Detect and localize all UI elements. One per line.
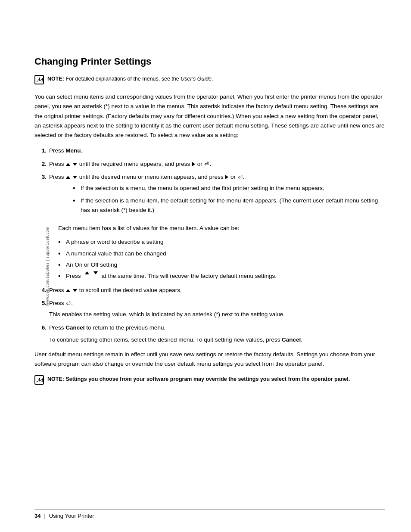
note-text-top: NOTE: For detailed explanations of the m… xyxy=(47,75,213,83)
step-2-content: Press until the required menu appears, a… xyxy=(49,159,385,169)
step-6: 6. Press Cancel to return to the previou… xyxy=(39,323,385,345)
note-content-post: . xyxy=(212,76,213,82)
step-1-num: 1. xyxy=(39,146,47,156)
step-5-text: Press ⏎. xyxy=(49,300,73,306)
footer-separator: | xyxy=(44,513,45,519)
step-6-cancel2-bold: Cancel xyxy=(282,336,301,343)
footer-divider xyxy=(34,509,385,510)
step-6-text: Press Cancel to return to the previous m… xyxy=(49,324,165,331)
step-2: 2. Press until the required menu appears… xyxy=(39,159,385,169)
footer-page-number: 34 xyxy=(34,513,40,519)
steps-list-2: 4. Press to scroll until the desired val… xyxy=(39,286,385,345)
closing-paragraph: User default menu settings remain in eff… xyxy=(34,350,385,369)
step-1-content: Press Menu. xyxy=(49,146,385,156)
footer: 34 | Using Your Printer xyxy=(34,513,385,519)
step-5-description: This enables the setting value, which is… xyxy=(49,310,385,319)
value-bullet-1: A phrase or word to describe a setting xyxy=(58,237,385,247)
step-5-content: Press ⏎. This enables the setting value,… xyxy=(49,299,385,320)
step-6-continuation: To continue setting other items, select … xyxy=(49,335,385,345)
note-label-bottom: NOTE: xyxy=(47,376,64,382)
arrow-down-3-icon xyxy=(93,271,98,274)
intro-paragraph: You can select menu items and correspond… xyxy=(34,92,385,140)
arrow-down-4-icon xyxy=(73,289,77,292)
step-1-bold: Menu xyxy=(65,147,81,154)
arrow-up-4-icon xyxy=(66,289,70,292)
step-3-text: Press until the desired menu or menu ite… xyxy=(49,174,245,180)
each-menu-item-text: Each menu item has a list of values for … xyxy=(58,224,385,233)
note-box-bottom: 𝓜 NOTE: Settings you choose from your so… xyxy=(34,375,385,385)
value-bullet-2: A numerical value that can be changed xyxy=(58,249,385,258)
step-1: 1. Press Menu. xyxy=(39,146,385,156)
steps-list: 1. Press Menu. 2. Press until the requir… xyxy=(39,146,385,219)
note-icon-bottom: 𝓜 xyxy=(34,375,44,385)
step-6-num: 6. xyxy=(39,323,47,333)
note-icon-top: 𝓜 xyxy=(34,75,44,84)
arrow-right-icon xyxy=(192,162,195,166)
step-6-cancel-bold: Cancel xyxy=(65,324,84,331)
step-3: 3. Press until the desired menu or menu … xyxy=(39,172,385,219)
step-4-content: Press to scroll until the desired value … xyxy=(49,286,385,295)
footer-section-title: Using Your Printer xyxy=(49,513,94,519)
note-box-top: 𝓜 NOTE: For detailed explanations of the… xyxy=(34,75,385,84)
sub-bullet-1: If the selection is a menu, the menu is … xyxy=(73,184,385,193)
arrow-up-2-icon xyxy=(66,176,70,179)
sub-bullet-2: If the selection is a menu item, the def… xyxy=(73,196,385,215)
enter-key-icon: ⏎ xyxy=(204,159,209,168)
step-2-num: 2. xyxy=(39,159,47,169)
note-label-top: NOTE: xyxy=(47,76,64,82)
arrow-right-2-icon xyxy=(225,175,228,179)
enter-key-3-icon: ⏎ xyxy=(66,299,71,308)
page-title: Changing Printer Settings xyxy=(34,56,385,67)
arrow-down-2-icon xyxy=(73,176,77,179)
value-bullets-list: A phrase or word to describe a setting A… xyxy=(58,237,385,281)
step-4: 4. Press to scroll until the desired val… xyxy=(39,286,385,295)
step-3-sub-list: If the selection is a menu, the menu is … xyxy=(73,184,385,215)
value-bullet-4: Press at the same time. This will recove… xyxy=(58,271,385,281)
step-3-num: 3. xyxy=(39,172,47,182)
step-5: 5. Press ⏎. This enables the setting val… xyxy=(39,299,385,320)
step-6-content: Press Cancel to return to the previous m… xyxy=(49,323,385,345)
note-content-bottom: Settings you choose from your software p… xyxy=(65,376,350,382)
enter-key-2-icon: ⏎ xyxy=(238,173,243,182)
step-3-content: Press until the desired menu or menu ite… xyxy=(49,172,385,219)
arrow-up-icon xyxy=(66,163,70,166)
note-content-pre: For detailed explanations of the menus, … xyxy=(65,76,181,82)
note-link: User's Guide xyxy=(181,76,212,82)
note-text-bottom: NOTE: Settings you choose from your soft… xyxy=(47,375,350,383)
arrow-up-3-icon xyxy=(85,271,89,274)
side-watermark: www.dell.com/supplies | support.dell.com xyxy=(45,227,50,306)
arrow-down-icon xyxy=(73,163,77,166)
value-bullet-3: An On or Off setting xyxy=(58,260,385,270)
